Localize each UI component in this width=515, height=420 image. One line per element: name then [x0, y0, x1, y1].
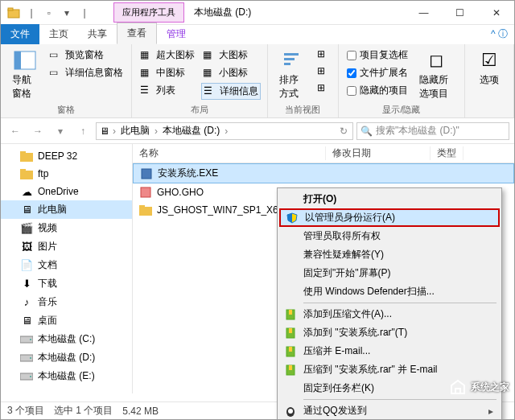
- watermark: 系统之家: [448, 377, 509, 397]
- nav-label: 本地磁盘 (C:): [38, 332, 95, 346]
- view-list[interactable]: ☰列表: [138, 83, 196, 98]
- nav-item-本地磁盘 (E:)[interactable]: 本地磁盘 (E:): [1, 367, 132, 385]
- nav-item-视频[interactable]: 🎬视频: [1, 219, 132, 237]
- nav-item-音乐[interactable]: ♪音乐: [1, 293, 132, 311]
- minimize-button[interactable]: —: [406, 1, 442, 25]
- ctx-item[interactable]: 以管理员身份运行(A): [279, 208, 500, 227]
- ctx-item[interactable]: 添加到压缩文件(A)...: [279, 305, 500, 323]
- bc-drive[interactable]: 本地磁盘 (D:): [159, 124, 223, 138]
- rar-icon: [284, 327, 297, 340]
- up-button[interactable]: ↑: [73, 121, 93, 141]
- ctx-label: 管理员取得所有权: [303, 229, 381, 243]
- nav-item-本地磁盘 (C:)[interactable]: 本地磁盘 (C:): [1, 330, 132, 348]
- search-placeholder: 搜索"本地磁盘 (D:)": [376, 124, 459, 138]
- details-pane-button[interactable]: ▭详细信息窗格: [47, 65, 125, 80]
- hide-selected-button[interactable]: ◻ 隐藏所选项目: [414, 47, 458, 102]
- svg-rect-24: [289, 328, 292, 333]
- preview-pane-icon: ▭: [49, 49, 62, 62]
- tab-file[interactable]: 文件: [1, 24, 39, 44]
- pic-icon: 🖼: [20, 241, 33, 253]
- breadcrumb[interactable]: 🖥 › 此电脑 › 本地磁盘 (D:) › ↻: [96, 122, 353, 140]
- cloud-icon: ☁: [20, 185, 33, 198]
- file-row[interactable]: 安装系统.EXE: [133, 163, 514, 183]
- view-l[interactable]: ▦大图标: [201, 47, 261, 63]
- back-button[interactable]: ←: [6, 121, 25, 141]
- bc-pc[interactable]: 此电脑: [117, 124, 153, 138]
- col-type[interactable]: 类型: [431, 146, 464, 160]
- exe-icon: [140, 167, 153, 180]
- nav-item-DEEP 32[interactable]: DEEP 32: [1, 147, 132, 165]
- svg-point-30: [288, 409, 293, 414]
- ctx-label: 使用 Windows Defender扫描...: [303, 285, 435, 299]
- shield-icon: [286, 212, 299, 224]
- nav-label: 音乐: [38, 295, 57, 309]
- tab-home[interactable]: 主页: [39, 24, 78, 44]
- nav-item-文档[interactable]: 📄文档: [1, 256, 132, 274]
- svg-rect-1: [8, 8, 13, 10]
- ctx-item[interactable]: 兼容性疑难解答(Y): [279, 245, 500, 264]
- ctx-label: 打开(O): [303, 192, 336, 206]
- size-cols[interactable]: ⊞: [315, 81, 332, 96]
- chk-item-checkboxes[interactable]: 项目复选框: [345, 47, 410, 63]
- tab-share[interactable]: 共享: [78, 24, 117, 44]
- close-button[interactable]: ✕: [478, 1, 514, 25]
- showhide-group-label: 显示/隐藏: [345, 102, 458, 116]
- ctx-item[interactable]: 压缩到 "安装系统.rar" 并 E-mail: [279, 360, 500, 379]
- nav-label: 此电脑: [38, 203, 67, 216]
- col-date[interactable]: 修改日期: [326, 146, 431, 160]
- ctx-item[interactable]: 管理员取得所有权: [279, 227, 500, 245]
- nav-item-下载[interactable]: ⬇下载: [1, 274, 132, 293]
- options-icon: ☑: [476, 49, 502, 72]
- ctx-item[interactable]: 固定到"开始"屏幕(P): [279, 264, 500, 282]
- status-count: 3 个项目: [7, 404, 44, 418]
- history-dropdown[interactable]: ▾: [51, 121, 70, 141]
- nav-label: 文档: [38, 258, 57, 272]
- nav-item-ftp[interactable]: ftp: [1, 165, 132, 183]
- gho-icon: [139, 186, 152, 199]
- nav-pane-icon: [12, 49, 38, 72]
- view-m[interactable]: ▦中图标: [138, 65, 196, 80]
- add-cols[interactable]: ⊞: [315, 64, 332, 79]
- view-xl[interactable]: ▦超大图标: [138, 47, 196, 63]
- ctx-label: 固定到任务栏(K): [303, 381, 374, 395]
- refresh-icon[interactable]: ↻: [336, 126, 351, 137]
- ctx-label: 以管理员身份运行(A): [305, 211, 395, 224]
- tab-view[interactable]: 查看: [117, 23, 157, 44]
- ctx-item[interactable]: 使用 Windows Defender扫描...: [279, 282, 500, 301]
- view-details[interactable]: ☰详细信息: [201, 83, 261, 100]
- options-button[interactable]: ☑ 选项: [472, 47, 507, 89]
- chk-extensions[interactable]: 文件扩展名: [345, 65, 410, 80]
- help-icon[interactable]: ^ ⓘ: [484, 24, 514, 44]
- tab-manage[interactable]: 管理: [157, 24, 196, 44]
- chk-hidden[interactable]: 隐藏的项目: [345, 83, 410, 98]
- folder-icon: [20, 167, 33, 180]
- preview-pane-button[interactable]: ▭预览窗格: [47, 47, 125, 63]
- svg-rect-10: [20, 169, 26, 171]
- nav-item-此电脑[interactable]: 🖥此电脑: [1, 200, 132, 219]
- forward-button[interactable]: →: [28, 121, 47, 141]
- col-name[interactable]: 名称: [133, 146, 326, 160]
- panes-group-label: 窗格: [7, 102, 125, 116]
- maximize-button[interactable]: ☐: [442, 1, 478, 25]
- sort-button[interactable]: 排序方式: [274, 47, 311, 102]
- svg-rect-26: [289, 347, 292, 352]
- nav-item-桌面[interactable]: 🖥桌面: [1, 311, 132, 330]
- view-s[interactable]: ▦小图标: [201, 65, 261, 80]
- ctx-item[interactable]: 压缩并 E-mail...: [279, 342, 500, 360]
- nav-pane-button[interactable]: 导航窗格: [7, 47, 43, 102]
- ctx-item[interactable]: 打开(O): [279, 190, 500, 208]
- ctx-item[interactable]: 添加到 "安装系统.rar"(T): [279, 323, 500, 342]
- svg-rect-9: [20, 171, 33, 179]
- nav-item-OneDrive[interactable]: ☁OneDrive: [1, 183, 132, 200]
- nav-item-图片[interactable]: 🖼图片: [1, 237, 132, 256]
- details-pane-label: 详细信息窗格: [65, 66, 123, 80]
- qat-dropdown-icon[interactable]: ▾: [60, 6, 73, 19]
- svg-point-16: [30, 376, 31, 377]
- search-input[interactable]: 🔍 搜索"本地磁盘 (D:)": [356, 122, 509, 140]
- group-by[interactable]: ⊞: [315, 47, 332, 62]
- nav-label: 桌面: [38, 314, 57, 327]
- nav-tree[interactable]: DEEP 32ftp☁OneDrive🖥此电脑🎬视频🖼图片📄文档⬇下载♪音乐🖥桌…: [1, 144, 133, 393]
- ctx-item[interactable]: 通过QQ发送到▸: [279, 401, 500, 420]
- nav-item-本地磁盘 (D:)[interactable]: 本地磁盘 (D:): [1, 348, 132, 367]
- properties-icon[interactable]: ▫: [43, 6, 56, 19]
